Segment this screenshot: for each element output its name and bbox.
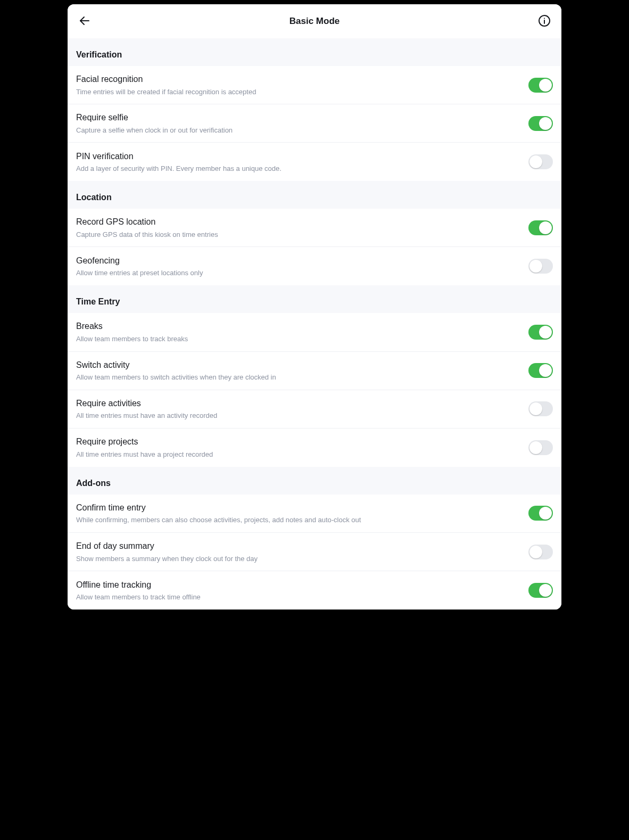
setting-row-record-gps-location: Record GPS locationCapture GPS data of t… <box>68 209 561 247</box>
setting-text: Require projectsAll time entries must ha… <box>76 436 528 459</box>
toggle-knob <box>529 402 542 415</box>
toggle-knob <box>539 221 552 234</box>
setting-title: Record GPS location <box>76 216 518 228</box>
setting-row-confirm-time-entry: Confirm time entryWhile confirming, memb… <box>68 495 561 533</box>
back-button[interactable] <box>75 12 94 31</box>
setting-text: BreaksAllow team members to track breaks <box>76 320 528 343</box>
setting-title: Breaks <box>76 320 518 332</box>
toggle-switch-activity[interactable] <box>528 363 553 378</box>
setting-row-switch-activity: Switch activityAllow team members to swi… <box>68 352 561 390</box>
setting-text: Record GPS locationCapture GPS data of t… <box>76 216 528 239</box>
setting-row-breaks: BreaksAllow team members to track breaks <box>68 313 561 351</box>
setting-subtitle: Time entries will be created if facial r… <box>76 87 518 97</box>
setting-row-require-activities: Require activitiesAll time entries must … <box>68 390 561 429</box>
setting-title: End of day summary <box>76 540 518 552</box>
section-header: Location <box>68 181 561 209</box>
setting-subtitle: Show members a summary when they clock o… <box>76 554 518 564</box>
toggle-knob <box>539 584 552 597</box>
setting-subtitle: Add a layer of security with PIN. Every … <box>76 164 518 174</box>
toggle-confirm-time-entry[interactable] <box>528 506 553 521</box>
toggle-geofencing[interactable] <box>528 259 553 274</box>
header: Basic Mode <box>68 4 561 38</box>
toggle-knob <box>529 546 542 558</box>
svg-point-3 <box>544 18 545 19</box>
setting-row-require-selfie: Require selfieCapture a selfie when cloc… <box>68 104 561 143</box>
section-group: Record GPS locationCapture GPS data of t… <box>68 209 561 285</box>
toggle-require-projects[interactable] <box>528 440 553 455</box>
setting-title: Facial recognition <box>76 73 518 85</box>
setting-subtitle: While confirming, members can also choos… <box>76 515 518 525</box>
setting-subtitle: Capture a selfie when clock in or out fo… <box>76 126 518 135</box>
toggle-pin-verification[interactable] <box>528 154 553 169</box>
setting-text: PIN verificationAdd a layer of security … <box>76 151 528 174</box>
setting-text: Switch activityAllow team members to swi… <box>76 359 528 382</box>
setting-title: Offline time tracking <box>76 579 518 591</box>
toggle-require-activities[interactable] <box>528 401 553 416</box>
toggle-facial-recognition[interactable] <box>528 78 553 93</box>
toggle-breaks[interactable] <box>528 325 553 340</box>
toggle-knob <box>539 507 552 520</box>
setting-title: Require selfie <box>76 112 518 123</box>
setting-subtitle: All time entries must have a project rec… <box>76 450 518 459</box>
toggle-knob <box>539 364 552 377</box>
setting-title: Require projects <box>76 436 518 448</box>
section-header: Verification <box>68 38 561 66</box>
section-header: Add-ons <box>68 467 561 495</box>
setting-row-offline-time-tracking: Offline time trackingAllow team members … <box>68 571 561 610</box>
setting-row-facial-recognition: Facial recognitionTime entries will be c… <box>68 66 561 104</box>
setting-row-pin-verification: PIN verificationAdd a layer of security … <box>68 143 561 181</box>
setting-subtitle: Allow team members to track breaks <box>76 334 518 344</box>
toggle-knob <box>529 155 542 168</box>
setting-subtitle: Allow team members to switch activities … <box>76 373 518 382</box>
setting-subtitle: All time entries must have an activity r… <box>76 411 518 421</box>
toggle-record-gps-location[interactable] <box>528 220 553 235</box>
info-icon <box>538 14 551 29</box>
toggle-knob <box>539 117 552 130</box>
setting-title: Confirm time entry <box>76 502 518 514</box>
setting-subtitle: Allow time entries at preset locations o… <box>76 268 518 278</box>
page-title: Basic Mode <box>94 16 535 27</box>
setting-title: Require activities <box>76 398 518 409</box>
section-header: Time Entry <box>68 285 561 313</box>
toggle-knob <box>529 441 542 454</box>
setting-text: Require selfieCapture a selfie when cloc… <box>76 112 528 135</box>
setting-text: End of day summaryShow members a summary… <box>76 540 528 563</box>
setting-text: Confirm time entryWhile confirming, memb… <box>76 502 528 525</box>
setting-row-require-projects: Require projectsAll time entries must ha… <box>68 429 561 467</box>
setting-row-end-of-day-summary: End of day summaryShow members a summary… <box>68 533 561 571</box>
setting-title: PIN verification <box>76 151 518 162</box>
setting-text: Offline time trackingAllow team members … <box>76 579 528 602</box>
arrow-left-icon <box>78 14 91 29</box>
info-button[interactable] <box>535 12 554 31</box>
setting-row-geofencing: GeofencingAllow time entries at preset l… <box>68 247 561 285</box>
setting-subtitle: Capture GPS data of this kiosk on time e… <box>76 230 518 240</box>
toggle-end-of-day-summary[interactable] <box>528 545 553 559</box>
toggle-knob <box>539 79 552 92</box>
section-group: Facial recognitionTime entries will be c… <box>68 66 561 181</box>
section-group: BreaksAllow team members to track breaks… <box>68 313 561 466</box>
setting-subtitle: Allow team members to track time offline <box>76 592 518 602</box>
setting-title: Geofencing <box>76 255 518 267</box>
toggle-knob <box>529 260 542 273</box>
setting-text: Facial recognitionTime entries will be c… <box>76 73 528 96</box>
toggle-offline-time-tracking[interactable] <box>528 583 553 598</box>
setting-title: Switch activity <box>76 359 518 371</box>
setting-text: GeofencingAllow time entries at preset l… <box>76 255 528 278</box>
toggle-knob <box>539 326 552 339</box>
toggle-require-selfie[interactable] <box>528 116 553 131</box>
setting-text: Require activitiesAll time entries must … <box>76 398 528 421</box>
section-group: Confirm time entryWhile confirming, memb… <box>68 495 561 610</box>
